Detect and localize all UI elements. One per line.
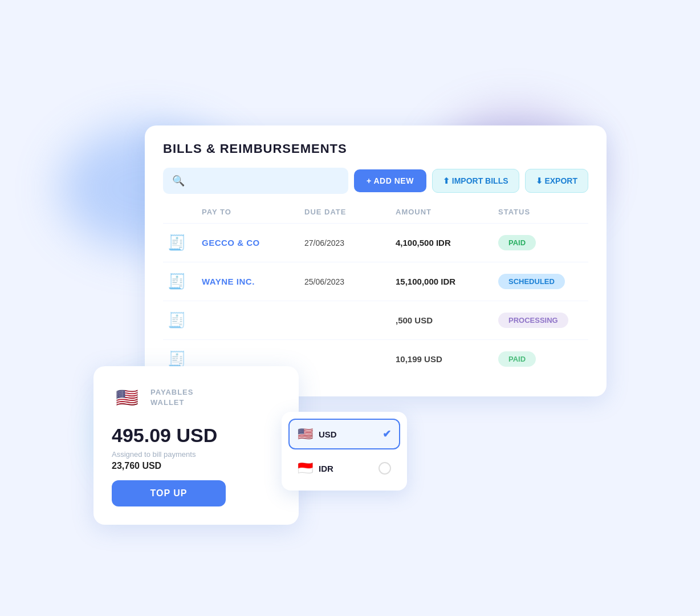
- status-badge: SCHEDULED: [498, 274, 584, 289]
- bill-icon: 🧾: [168, 350, 202, 368]
- wallet-card: 🇺🇸 PAYABLESWALLET 495.09 USD Assigned to…: [93, 366, 299, 525]
- badge-processing: PROCESSING: [498, 313, 568, 328]
- add-new-button[interactable]: + ADD NEW: [354, 169, 426, 192]
- table-row[interactable]: 🧾 ,500 USD PROCESSING: [163, 301, 588, 339]
- vendor-name: GECCO & CO: [202, 238, 304, 248]
- currency-option-usd[interactable]: 🇺🇸 USD ✔: [288, 419, 400, 449]
- badge-scheduled: SCHEDULED: [498, 274, 565, 289]
- wallet-balance: 495.09 USD: [112, 424, 280, 447]
- badge-paid: PAID: [498, 235, 536, 250]
- search-icon: 🔍: [172, 175, 185, 187]
- search-box[interactable]: 🔍: [163, 168, 348, 194]
- status-badge: PROCESSING: [498, 313, 584, 328]
- amount: 10,199 USD: [396, 354, 498, 364]
- due-date: 25/06/2023: [304, 277, 396, 286]
- wallet-label: PAYABLESWALLET: [150, 387, 193, 408]
- currency-dropdown: 🇺🇸 USD ✔ 🇮🇩 IDR: [282, 412, 407, 491]
- flag-emoji: 🇺🇸: [116, 387, 139, 408]
- bill-icon: 🧾: [168, 311, 202, 329]
- idr-flag-icon: 🇮🇩: [298, 461, 313, 476]
- col-amount: AMOUNT: [396, 208, 498, 216]
- wallet-header: 🇺🇸 PAYABLESWALLET: [112, 382, 280, 413]
- export-button[interactable]: ⬇ EXPORT: [525, 169, 588, 193]
- table-header: PAY TO DUE DATE AMOUNT STATUS: [163, 208, 588, 223]
- bill-icon: 🧾: [168, 273, 202, 290]
- wallet-assigned-label: Assigned to bill payments: [112, 450, 280, 459]
- topup-button[interactable]: TOP UP: [112, 480, 226, 506]
- usd-label: USD: [319, 429, 377, 439]
- amount: 15,100,000 IDR: [396, 277, 498, 286]
- due-date: 27/06/2023: [304, 238, 396, 248]
- idr-label: IDR: [319, 464, 373, 473]
- currency-option-idr[interactable]: 🇮🇩 IDR: [288, 453, 400, 484]
- usd-flag-icon: 🇺🇸: [298, 427, 313, 441]
- status-badge: PAID: [498, 351, 584, 367]
- bill-icon: 🧾: [168, 234, 202, 252]
- check-icon: ✔: [382, 428, 391, 440]
- bills-panel: BILLS & REIMBURSEMENTS 🔍 + ADD NEW ⬆ IMP…: [145, 125, 607, 396]
- wallet-assigned-value: 23,760 USD: [112, 461, 280, 471]
- page-title: BILLS & REIMBURSEMENTS: [163, 141, 588, 156]
- col-icon: [168, 208, 202, 216]
- wallet-flag: 🇺🇸: [112, 382, 143, 413]
- status-badge: PAID: [498, 235, 584, 250]
- amount: ,500 USD: [396, 315, 498, 325]
- col-status: STATUS: [498, 208, 584, 216]
- toolbar: 🔍 + ADD NEW ⬆ IMPORT BILLS ⬇ EXPORT: [163, 168, 588, 194]
- import-bills-button[interactable]: ⬆ IMPORT BILLS: [432, 169, 519, 193]
- amount: 4,100,500 IDR: [396, 238, 498, 248]
- table-row[interactable]: 🧾 GECCO & CO 27/06/2023 4,100,500 IDR PA…: [163, 223, 588, 262]
- radio-off-icon: [379, 462, 391, 475]
- col-duedate: DUE DATE: [304, 208, 396, 216]
- col-payto: PAY TO: [202, 208, 304, 216]
- vendor-name: WAYNE INC.: [202, 277, 304, 286]
- badge-paid: PAID: [498, 351, 536, 367]
- table-row[interactable]: 🧾 WAYNE INC. 25/06/2023 15,100,000 IDR S…: [163, 262, 588, 301]
